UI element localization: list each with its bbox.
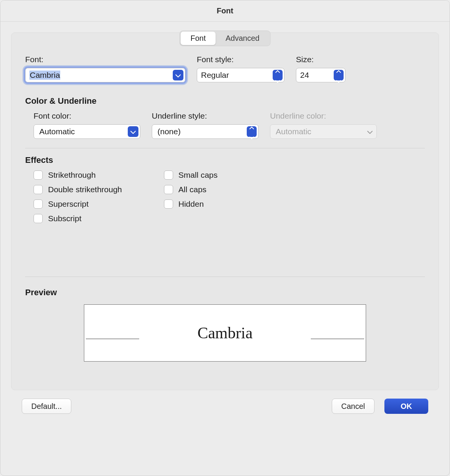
font-dialog: Font Font Advanced Font: Cambria (0, 0, 450, 476)
ok-button[interactable]: OK (384, 399, 428, 414)
preview-baseline (86, 339, 139, 339)
cancel-button[interactable]: Cancel (332, 399, 374, 414)
dialog-footer: Default... Cancel OK (11, 399, 439, 414)
underline-color-label: Underline color: (270, 111, 377, 121)
color-underline-heading: Color & Underline (25, 96, 425, 106)
chevron-up-icon (249, 122, 254, 131)
checkbox-double-strikethrough[interactable]: Double strikethrough (34, 185, 122, 194)
preview-heading: Preview (25, 288, 425, 298)
font-style-label: Font style: (197, 55, 284, 64)
checkbox-label: Hidden (178, 199, 204, 209)
preview-sample-text: Cambria (198, 324, 253, 342)
font-combobox[interactable]: Cambria (25, 68, 185, 82)
chevron-down-icon (175, 71, 181, 80)
checkbox-box (34, 199, 43, 209)
checkbox-hidden[interactable]: Hidden (164, 199, 218, 209)
font-style-value: Regular (201, 71, 229, 80)
font-style-field-group: Font style: Regular (197, 55, 284, 82)
checkbox-all-caps[interactable]: All caps (164, 185, 218, 194)
checkbox-strikethrough[interactable]: Strikethrough (34, 170, 122, 180)
checkbox-box (34, 214, 43, 223)
font-color-value: Automatic (39, 127, 75, 136)
underline-style-label: Underline style: (152, 111, 259, 121)
checkbox-label: Subscript (48, 214, 82, 223)
font-color-label: Font color: (34, 111, 140, 121)
checkbox-label: All caps (178, 185, 207, 194)
size-stepper[interactable] (334, 70, 344, 80)
chevron-down-icon (367, 127, 373, 136)
font-style-stepper[interactable] (273, 70, 283, 80)
chevron-up-icon (336, 66, 341, 75)
checkbox-box (34, 170, 43, 180)
checkbox-label: Double strikethrough (48, 185, 122, 194)
chevron-down-icon (336, 76, 341, 85)
effects-col-right: Small caps All caps Hidden (164, 170, 218, 223)
default-button[interactable]: Default... (22, 399, 71, 414)
checkbox-label: Superscript (48, 199, 88, 209)
chevron-down-icon (275, 76, 280, 85)
checkbox-label: Strikethrough (48, 170, 96, 180)
chevron-down-icon (130, 127, 136, 136)
underline-color-dropdown: Automatic (270, 124, 377, 139)
checkbox-subscript[interactable]: Subscript (34, 214, 122, 223)
font-color-group: Font color: Automatic (34, 111, 140, 139)
tab-bar: Font Advanced (180, 31, 271, 46)
size-combobox[interactable]: 24 (296, 68, 346, 82)
font-color-dropdown[interactable]: Automatic (34, 124, 140, 139)
chevron-down-icon (249, 132, 254, 141)
font-value-selected: Cambria (29, 71, 60, 80)
font-dropdown-button[interactable] (173, 70, 183, 80)
checkbox-box (164, 170, 173, 180)
underline-style-group: Underline style: (none) (152, 111, 259, 139)
checkbox-small-caps[interactable]: Small caps (164, 170, 218, 180)
preview-box: Cambria (84, 304, 366, 362)
checkbox-label: Small caps (178, 170, 218, 180)
effects-col-left: Strikethrough Double strikethrough Super… (34, 170, 122, 223)
font-style-combobox[interactable]: Regular (197, 68, 284, 82)
size-field-group: Size: 24 (296, 55, 346, 82)
checkbox-box (164, 185, 173, 194)
color-underline-row: Font color: Automatic Underline style: (… (25, 111, 425, 139)
underline-style-value: (none) (158, 127, 181, 136)
tab-font[interactable]: Font (181, 32, 216, 45)
font-field-group: Font: Cambria (25, 55, 185, 82)
underline-style-stepper[interactable] (247, 126, 257, 137)
font-panel: Font Advanced Font: Cambria (11, 32, 439, 390)
dialog-content: Font Advanced Font: Cambria (0, 22, 450, 421)
size-label: Size: (296, 55, 346, 64)
main-field-row: Font: Cambria Font style: Regular (25, 55, 425, 82)
effects-heading: Effects (25, 155, 425, 165)
divider (25, 277, 425, 277)
preview-section: Preview Cambria (25, 288, 425, 362)
underline-style-dropdown[interactable]: (none) (152, 124, 259, 139)
chevron-up-icon (275, 66, 280, 75)
underline-color-group: Underline color: Automatic (270, 111, 377, 139)
effects-grid: Strikethrough Double strikethrough Super… (25, 170, 425, 223)
checkbox-box (164, 199, 173, 209)
checkbox-superscript[interactable]: Superscript (34, 199, 122, 209)
checkbox-box (34, 185, 43, 194)
window-title: Font (0, 0, 450, 22)
size-value: 24 (300, 71, 309, 80)
font-color-dropdown-button[interactable] (128, 126, 138, 137)
preview-baseline (311, 339, 364, 339)
tab-advanced[interactable]: Advanced (216, 32, 270, 45)
underline-color-value: Automatic (276, 127, 311, 136)
font-label: Font: (25, 55, 185, 64)
divider (25, 148, 425, 148)
